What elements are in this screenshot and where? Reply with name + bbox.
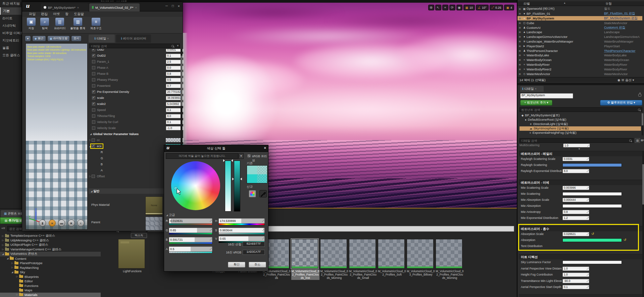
actor-type[interactable]: LandscapeGizmoActiveA — [604, 35, 642, 39]
outliner-row[interactable]: ◉ ≈ WaterBodyRiver2 WaterBodyRiver — [517, 67, 642, 71]
component-scrollbar[interactable] — [642, 113, 643, 135]
detail-row[interactable]: Aerial Pespective View Distanc 1.0⤢ ↺ — [519, 266, 642, 273]
transform-tool-icon[interactable]: ⊕ — [428, 5, 434, 10]
detail-row[interactable]: Mie Anisotropy 0.8⤢ ↺ — [519, 210, 642, 216]
detail-row[interactable]: Rayleigh Scattering Scale 0.0331⤢ ↺ — [519, 157, 642, 163]
tab-bp-myskysystem[interactable]: BP_MySkySystem*× — [41, 3, 89, 11]
minimize-icon[interactable]: ─ — [165, 4, 168, 8]
old-new-swatch[interactable] — [247, 165, 267, 183]
collapse-sources-icon[interactable]: «≡ — [1, 226, 5, 230]
g-field[interactable]: 0.65⤢ — [169, 228, 212, 233]
outliner-col-label[interactable]: 라벨 — [524, 2, 530, 6]
ok-button[interactable]: 확인 — [228, 262, 245, 268]
outliner-row[interactable]: ◉ ◻ Cube StaticMeshActor — [517, 20, 642, 25]
toolbar-button[interactable]: ||| 파라미터 — [54, 18, 65, 31]
options-arrow-icon[interactable]: ▾ — [177, 44, 179, 47]
override-checkbox[interactable] — [92, 78, 95, 81]
slider-handle[interactable] — [223, 159, 225, 162]
expand-arrow-icon[interactable]: ▷ — [2, 244, 5, 246]
snap-setting[interactable]: ▦ 10 — [463, 5, 475, 10]
hex-linear-value[interactable]: 02A6977F — [243, 242, 265, 247]
transform-tool-icon[interactable]: ◉ — [456, 5, 462, 10]
component-search-input[interactable]: 컴포넌트 검색 — [519, 107, 642, 112]
perspective-button[interactable]: ◆원근 — [32, 36, 46, 42]
visibility-eye-icon[interactable]: ◉ — [517, 17, 522, 20]
vector-params-header[interactable]: ◢Global Vector Parameter Values — [89, 131, 183, 137]
visibility-eye-icon[interactable]: ◉ — [517, 63, 522, 66]
outliner-row[interactable]: ◉ ≈ WaterBodyOcean WaterBodyOcean — [517, 58, 642, 62]
component-row[interactable]: ≡ ExponentialHeightFog (상속됨) — [519, 131, 641, 135]
actor-type[interactable]: WaterBodyOcean — [604, 58, 642, 62]
override-checkbox[interactable] — [92, 102, 95, 106]
outliner-row[interactable]: ◉ ◇ WaterMeshActor WaterMeshActor — [517, 71, 642, 76]
asset-thumbnail[interactable]: * — [436, 239, 462, 269]
slider-handle[interactable] — [240, 178, 242, 180]
parameter-row[interactable]: Phasey Phasey 0.5⤢ ↺ — [89, 77, 183, 83]
detail-row[interactable]: Absorption ⤢ ↺ — [519, 238, 642, 244]
expand-arrow-icon[interactable]: ▷ — [16, 275, 19, 278]
outliner-row[interactable]: ◉ ▦ Openworld (에디터) 월드 — [517, 7, 642, 11]
detail-field[interactable]: -90.0⤢ — [562, 279, 589, 283]
revert-icon[interactable]: ↺ — [624, 238, 626, 242]
actor-type[interactable]: CustomAI 편집 — [604, 25, 642, 30]
lock-icon[interactable] — [638, 94, 641, 97]
section-header-mie[interactable]: 애트머스피어 - 미에 — [519, 180, 642, 185]
cloth-shape-button[interactable]: ◗ — [77, 220, 84, 227]
tree-row[interactable]: ▷ UdpMessaging C++ 클래스 — [0, 238, 101, 243]
detail-field[interactable]: 0.028621⤢ — [562, 232, 589, 236]
component-row[interactable]: ● DefaultSceneRoot (상속됨) — [519, 118, 641, 122]
view-options-button[interactable]: ◉ 뷰 옵션 ▾ — [617, 78, 634, 82]
detail-field[interactable]: 8.0⤢ — [562, 169, 589, 173]
menu-item[interactable]: 창 — [65, 12, 68, 16]
slider-handle[interactable] — [232, 178, 234, 180]
detail-field[interactable]: 0.1⤢ — [562, 285, 589, 289]
section-header-art-direction[interactable]: 아트 디렉션 — [519, 254, 642, 259]
outliner-row[interactable]: ◉ ≋ Landscape_WaterBrushManager WaterBru… — [517, 39, 642, 44]
actor-type[interactable]: BP_FluidSim_01 편집 — [604, 11, 642, 16]
toolbar-button[interactable]: ▣ 저장 — [27, 18, 36, 31]
detail-field[interactable]: 1.0⤢ — [562, 273, 589, 277]
expand-arrow-icon[interactable]: ▷ — [11, 262, 14, 264]
detail-row[interactable]: Mie Absorption ⤢ ↺ — [519, 204, 642, 210]
material-preview-viewport[interactable]: Base pass shader: 136 instructionsBase p… — [26, 43, 88, 230]
component-row[interactable]: ◆ BP_MySkySystem(셀프) — [519, 113, 641, 118]
visibility-eye-icon[interactable]: ◉ — [517, 31, 522, 34]
override-checkbox[interactable] — [92, 108, 95, 112]
details-tab[interactable]: ℹ 디테일 × — [520, 86, 544, 92]
color-bar[interactable] — [562, 260, 622, 264]
detail-row[interactable]: Rayleigh Exponential Distributio 8.0⤢ ↺ — [519, 169, 642, 175]
a-field[interactable]: 0.5⤢ — [169, 246, 212, 252]
cube-shape-button[interactable]: ■ — [68, 220, 75, 227]
menu-item[interactable]: 편집 — [41, 12, 48, 16]
visibility-eye-icon[interactable]: ◉ — [517, 12, 522, 15]
toolbar-button[interactable]: ▥ 플랫폼 통계 — [70, 18, 85, 31]
tree-row[interactable]: ▷ PlanetPrototype — [0, 261, 101, 265]
cancel-button[interactable]: 취소 — [249, 262, 266, 268]
visibility-eye-icon[interactable]: ◉ — [517, 35, 522, 38]
tree-row[interactable]: ▷ Materials — [0, 293, 101, 297]
outliner-col-type[interactable]: 유형 — [605, 2, 612, 6]
outliner-row[interactable]: ◉ ▲ Landscape Landscape — [517, 30, 642, 35]
sphere-shape-button[interactable]: ● — [49, 220, 56, 227]
palette-item[interactable]: 모든 클래스 — [0, 52, 21, 59]
override-checkbox[interactable] — [92, 96, 95, 100]
tree-row[interactable]: ▷ TemplateSequence C++ 클래스 — [0, 234, 101, 238]
menu-item[interactable]: 파일 — [29, 12, 36, 16]
asset-item[interactable]: * M_VolumetricCloud_02_Profiles_PaintClo… — [436, 239, 464, 280]
detail-row[interactable]: Mie Scattering Scale 0.003996⤢ ↺ — [519, 186, 642, 192]
parameter-row[interactable]: Speed 0.1⤢ ↺ — [89, 107, 183, 113]
maximize-icon[interactable]: □ — [172, 4, 174, 8]
plane-shape-button[interactable]: ▬ — [58, 220, 65, 227]
s-field[interactable]: 0.983644⤢ — [218, 228, 265, 233]
parameter-row-cc[interactable]: ▷cc — [89, 137, 183, 143]
visibility-eye-icon[interactable]: ◉ — [517, 45, 522, 48]
detail-search-input[interactable]: 디테일 검색 — [519, 138, 634, 143]
srgb-checkbox[interactable]: ✓ — [247, 154, 251, 158]
override-checkbox[interactable] — [92, 54, 95, 57]
grid-view-icon[interactable]: ▦ — [635, 138, 640, 143]
tree-row[interactable]: ▷ RayMarching — [0, 265, 101, 270]
detail-row[interactable]: Rayleigh Scattering ⤢ ↺ — [519, 163, 642, 169]
parameter-row[interactable]: OutD2 0.1⤢ ↺ — [89, 53, 183, 59]
asset-item[interactable]: * M_VolumetricCloud_02_Profiles_PaintClo… — [320, 239, 348, 280]
actor-type[interactable]: WaterBodyRiver — [604, 63, 642, 66]
